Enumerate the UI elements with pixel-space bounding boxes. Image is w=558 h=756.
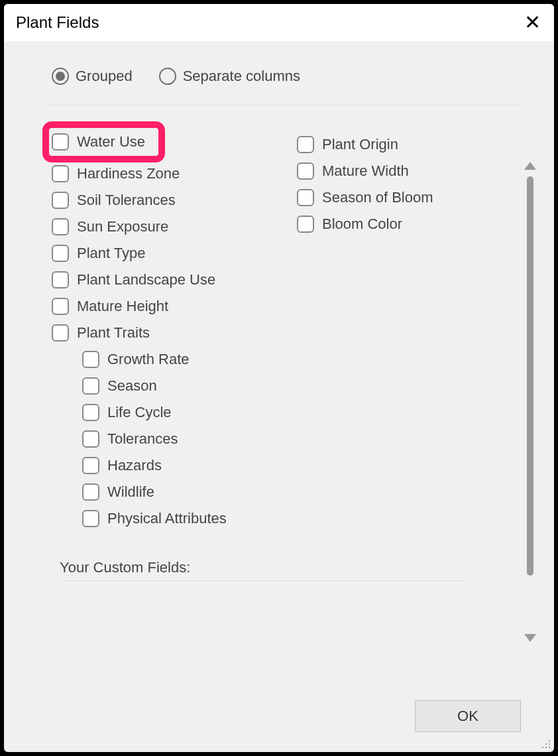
resize-grip-icon[interactable] (539, 737, 550, 748)
scrollbar[interactable] (522, 162, 538, 653)
checkbox-label: Hardiness Zone (77, 165, 180, 182)
checkbox-label: Plant Landscape Use (77, 271, 215, 288)
divider (50, 105, 521, 105)
highlight-water-use: Water Use (42, 121, 165, 162)
checkbox-icon (52, 165, 69, 182)
checkbox-icon (52, 192, 69, 209)
radio-label: Separate columns (183, 68, 300, 85)
checkbox-icon (82, 351, 99, 368)
checkbox-plant-landscape-use[interactable]: Plant Landscape Use (52, 271, 270, 288)
radio-grouped[interactable]: Grouped (52, 68, 133, 85)
checkbox-icon (52, 271, 69, 288)
checkbox-water-use[interactable]: Water Use (52, 133, 145, 151)
scroll-down-icon[interactable] (524, 634, 536, 642)
radio-icon (159, 68, 176, 85)
checkbox-label: Tolerances (107, 430, 178, 448)
radio-label: Grouped (76, 68, 133, 85)
checkbox-mature-width[interactable]: Mature Width (297, 162, 516, 180)
checkbox-label: Growth Rate (107, 351, 190, 368)
checkbox-label: Hazards (107, 457, 162, 474)
checkbox-icon (82, 457, 99, 474)
checkbox-label: Life Cycle (107, 404, 172, 421)
checkbox-season-of-bloom[interactable]: Season of Bloom (297, 189, 516, 206)
checkbox-icon (52, 133, 69, 151)
checkbox-life-cycle[interactable]: Life Cycle (82, 404, 270, 421)
scroll-thumb[interactable] (527, 176, 533, 576)
checkbox-tolerances[interactable]: Tolerances (82, 430, 270, 448)
checkbox-label: Sun Exposure (77, 218, 168, 235)
checkbox-plant-origin[interactable]: Plant Origin (297, 136, 516, 153)
checkbox-label: Season (107, 377, 157, 395)
radio-icon (52, 68, 69, 85)
checkbox-label: Mature Width (322, 162, 409, 180)
checkbox-icon (52, 218, 69, 235)
checkbox-label: Plant Origin (322, 136, 398, 153)
checkbox-icon (82, 510, 99, 527)
checkbox-icon (297, 136, 314, 153)
checkbox-label: Soil Tolerances (77, 192, 176, 209)
plant-fields-dialog: Plant Fields ✕ Grouped Separate columns (4, 4, 554, 752)
checkbox-label: Bloom Color (322, 216, 402, 233)
checkbox-icon (52, 245, 69, 262)
fields-column-right: Plant Origin Mature Width Season of Bloo… (297, 128, 516, 536)
checkbox-label: Plant Type (77, 245, 146, 262)
checkbox-season[interactable]: Season (82, 377, 270, 395)
close-icon[interactable]: ✕ (524, 13, 541, 32)
checkbox-label: Wildlife (107, 483, 154, 501)
checkbox-plant-traits[interactable]: Plant Traits (52, 324, 270, 342)
checkbox-plant-type[interactable]: Plant Type (52, 245, 270, 262)
checkbox-mature-height[interactable]: Mature Height (52, 298, 270, 315)
dialog-title: Plant Fields (16, 13, 99, 32)
checkbox-label: Water Use (77, 133, 145, 151)
checkbox-icon (297, 216, 314, 233)
checkbox-icon (52, 298, 69, 315)
radio-separate-columns[interactable]: Separate columns (159, 68, 300, 85)
view-mode-radio-group: Grouped Separate columns (44, 68, 541, 85)
checkbox-sun-exposure[interactable]: Sun Exposure (52, 218, 270, 235)
checkbox-icon (297, 162, 314, 180)
checkbox-label: Physical Attributes (107, 510, 227, 527)
checkbox-icon (82, 377, 99, 395)
checkbox-icon (82, 430, 99, 448)
checkbox-label: Plant Traits (77, 324, 150, 342)
checkbox-growth-rate[interactable]: Growth Rate (82, 351, 270, 368)
checkbox-hardiness-zone[interactable]: Hardiness Zone (52, 165, 270, 182)
checkbox-soil-tolerances[interactable]: Soil Tolerances (52, 192, 270, 209)
checkbox-icon (82, 404, 99, 421)
checkbox-icon (82, 483, 99, 501)
checkbox-label: Season of Bloom (322, 189, 433, 206)
fields-column-left: Water Use Hardiness Zone Soil Tolerances (52, 128, 270, 536)
divider (60, 580, 468, 581)
checkbox-physical-attributes[interactable]: Physical Attributes (82, 510, 270, 527)
checkbox-icon (297, 189, 314, 206)
checkbox-label: Mature Height (77, 298, 168, 315)
checkbox-wildlife[interactable]: Wildlife (82, 483, 270, 501)
checkbox-hazards[interactable]: Hazards (82, 457, 270, 474)
title-bar: Plant Fields ✕ (4, 4, 554, 41)
checkbox-bloom-color[interactable]: Bloom Color (297, 216, 516, 233)
custom-fields-heading: Your Custom Fields: (60, 559, 504, 576)
ok-button[interactable]: OK (415, 700, 521, 732)
checkbox-icon (52, 324, 69, 342)
scroll-up-icon[interactable] (524, 162, 536, 170)
